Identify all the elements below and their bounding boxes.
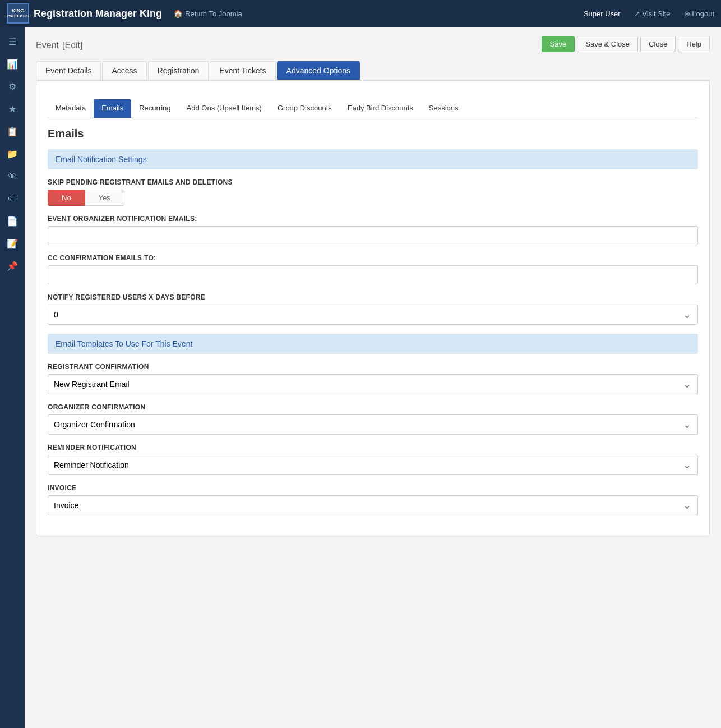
logo-line1: KING — [12, 8, 25, 14]
reminder-notification-wrapper: Reminder Notification — [48, 455, 698, 475]
sidebar-menu-toggle[interactable]: ☰ — [2, 31, 22, 52]
email-templates-header[interactable]: Email Templates To Use For This Event — [48, 334, 698, 354]
save-button[interactable]: Save — [542, 36, 575, 52]
registrant-confirmation-label: REGISTRANT CONFIRMATION — [48, 363, 698, 371]
organizer-confirmation-label: ORGANIZER CONFIRMATION — [48, 403, 698, 411]
reminder-notification-field: REMINDER NOTIFICATION Reminder Notificat… — [48, 444, 698, 475]
notify-days-label: NOTIFY REGISTERED USERS X DAYS BEFORE — [48, 293, 698, 301]
logout-icon: ⊗ — [684, 10, 692, 18]
page-title: Event [Edit] — [36, 37, 83, 52]
logo-box: KING PRODUCTS — [7, 3, 29, 24]
reminder-notification-select[interactable]: Reminder Notification — [48, 455, 698, 475]
sidebar-eye[interactable]: 👁 — [2, 166, 22, 186]
tab-early-bird[interactable]: Early Bird Discounts — [340, 99, 421, 118]
tab-advanced-options[interactable]: Advanced Options — [277, 61, 360, 80]
skip-pending-toggle: No Yes — [48, 190, 698, 206]
organizer-emails-field: EVENT ORGANIZER NOTIFICATION EMAILS: — [48, 215, 698, 245]
help-button[interactable]: Help — [678, 36, 710, 52]
sidebar-pin[interactable]: 📌 — [2, 256, 22, 276]
cc-emails-label: CC CONFIRMATION EMAILS TO: — [48, 254, 698, 262]
invoice-field: INVOICE Invoice — [48, 484, 698, 515]
invoice-wrapper: Invoice — [48, 495, 698, 515]
cc-emails-input[interactable] — [48, 265, 698, 284]
skip-pending-field: SKIP PENDING REGISTRANT EMAILS AND DELET… — [48, 178, 698, 206]
visit-site-link[interactable]: ↗ Visit Site — [634, 10, 671, 18]
sidebar-doc[interactable]: 📄 — [2, 211, 22, 231]
tab-access[interactable]: Access — [102, 61, 146, 80]
emails-title: Emails — [48, 127, 698, 140]
notify-days-select-wrapper: 0 1 2 3 5 7 14 — [48, 305, 698, 325]
app-title: Registration Manager King — [34, 8, 162, 20]
tab-addons[interactable]: Add Ons (Upsell Items) — [179, 99, 270, 118]
navbar-right: Super User ↗ Visit Site ⊗ Logout — [584, 10, 714, 18]
sidebar-edit[interactable]: 📝 — [2, 233, 22, 254]
tab-metadata[interactable]: Metadata — [48, 99, 94, 118]
organizer-emails-input[interactable] — [48, 226, 698, 245]
skip-pending-label: SKIP PENDING REGISTRANT EMAILS AND DELET… — [48, 178, 698, 186]
registrant-confirmation-wrapper: New Registrant Email — [48, 374, 698, 394]
sidebar-favorites[interactable]: ★ — [2, 99, 22, 119]
tab-sessions[interactable]: Sessions — [421, 99, 466, 118]
notify-days-field: NOTIFY REGISTERED USERS X DAYS BEFORE 0 … — [48, 293, 698, 325]
sidebar-dashboard[interactable]: 📊 — [2, 54, 22, 74]
tab-event-tickets[interactable]: Event Tickets — [210, 61, 275, 80]
sidebar-tags[interactable]: 🏷 — [2, 188, 22, 209]
tab-event-details[interactable]: Event Details — [36, 61, 101, 80]
organizer-confirmation-select[interactable]: Organizer Confirmation — [48, 414, 698, 435]
main-content: Event [Edit] Save Save & Close Close Hel… — [25, 27, 721, 545]
sidebar-settings[interactable]: ⚙ — [2, 76, 22, 96]
tab-emails[interactable]: Emails — [94, 99, 131, 118]
tab-registration[interactable]: Registration — [148, 61, 209, 80]
return-to-joomla-link[interactable]: 🏠Return To Joomla — [173, 9, 242, 18]
logout-link[interactable]: ⊗ Logout — [684, 10, 714, 18]
toolbar-buttons: Save Save & Close Close Help — [542, 36, 710, 52]
emails-section: Emails Email Notification Settings SKIP … — [48, 127, 698, 515]
invoice-select[interactable]: Invoice — [48, 495, 698, 515]
organizer-confirmation-wrapper: Organizer Confirmation — [48, 414, 698, 435]
skip-pending-no-button[interactable]: No — [48, 190, 85, 206]
notify-days-select[interactable]: 0 1 2 3 5 7 14 — [48, 305, 698, 325]
tab-recurring[interactable]: Recurring — [131, 99, 178, 118]
organizer-confirmation-field: ORGANIZER CONFIRMATION Organizer Confirm… — [48, 403, 698, 435]
save-close-button[interactable]: Save & Close — [577, 36, 638, 52]
email-notification-settings-header[interactable]: Email Notification Settings — [48, 149, 698, 169]
invoice-label: INVOICE — [48, 484, 698, 492]
logo-line2: PRODUCTS — [7, 14, 29, 19]
brand-logo[interactable]: KING PRODUCTS Registration Manager King — [7, 3, 162, 24]
cc-emails-field: CC CONFIRMATION EMAILS TO: — [48, 254, 698, 284]
registrant-confirmation-select[interactable]: New Registrant Email — [48, 374, 698, 394]
content-area: Metadata Emails Recurring Add Ons (Upsel… — [36, 81, 710, 536]
navbar: KING PRODUCTS Registration Manager King … — [0, 0, 721, 27]
registrant-confirmation-field: REGISTRANT CONFIRMATION New Registrant E… — [48, 363, 698, 394]
page-header: Event [Edit] Save Save & Close Close Hel… — [36, 36, 710, 52]
organizer-emails-label: EVENT ORGANIZER NOTIFICATION EMAILS: — [48, 215, 698, 223]
primary-tabs: Event Details Access Registration Event … — [36, 61, 710, 81]
external-icon: ↗ — [634, 10, 643, 18]
home-icon: 🏠 — [173, 9, 183, 18]
super-user-label: Super User — [584, 10, 621, 18]
close-button[interactable]: Close — [640, 36, 676, 52]
sidebar-list[interactable]: 📋 — [2, 121, 22, 141]
sidebar-folder[interactable]: 📁 — [2, 144, 22, 164]
skip-pending-yes-button[interactable]: Yes — [85, 190, 124, 206]
tab-group-discounts[interactable]: Group Discounts — [270, 99, 340, 118]
sidebar: ☰ 📊 ⚙ ★ 📋 📁 👁 🏷 📄 📝 📌 — [0, 27, 25, 545]
edit-label: [Edit] — [62, 40, 82, 50]
reminder-notification-label: REMINDER NOTIFICATION — [48, 444, 698, 451]
secondary-tabs: Metadata Emails Recurring Add Ons (Upsel… — [48, 99, 698, 118]
